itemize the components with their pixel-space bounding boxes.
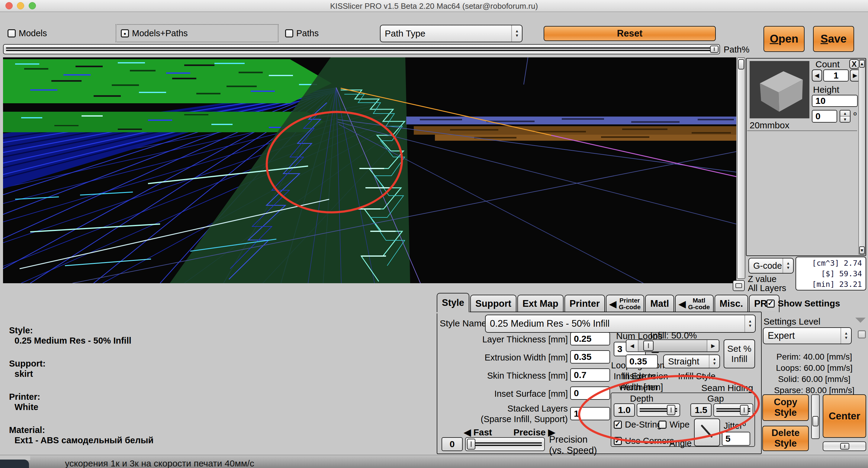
infill-style-dropdown[interactable]: Straight [663, 354, 720, 368]
path-percent-slider[interactable] [3, 44, 720, 54]
style-name-value: 0.25 Medium Res - 50% Infill [490, 318, 744, 329]
seam-gap-slider[interactable] [713, 403, 753, 417]
chevron-down-icon[interactable] [855, 318, 866, 323]
seam-gap-slider-thumb[interactable] [740, 405, 748, 415]
path-percent-slider-thumb[interactable] [710, 45, 718, 53]
save-button[interactable]: Save [813, 26, 854, 52]
infill-slider[interactable] [626, 339, 719, 352]
layer-thickness-field[interactable]: 0.25 [570, 332, 610, 345]
scroll-up-icon[interactable]: ▲ [859, 60, 865, 68]
tab-style[interactable]: Style [437, 293, 469, 312]
scroll-down-icon[interactable]: ▼ [859, 246, 865, 254]
app-window: KISSlicer PRO v1.5 Beta 2.20 Mac64 (seta… [0, 0, 868, 468]
settings-level-dropdown[interactable]: Expert [763, 327, 852, 344]
jitter-field[interactable]: 5 [722, 432, 750, 446]
count-field[interactable]: 1 [823, 69, 849, 82]
style-vertical-slider-thumb[interactable] [812, 416, 818, 426]
skin-thickness-field[interactable]: 0.7 [570, 368, 610, 382]
delete-style-button[interactable]: Delete Style [762, 426, 809, 451]
layer-thickness-label: Layer Thickness [mm] [441, 335, 568, 344]
seam-depth-label: Depth [630, 394, 653, 404]
info-support-value: skirt [14, 369, 33, 379]
seam-depth-slider-thumb[interactable] [667, 405, 675, 415]
tab-matl-gcode[interactable]: ◀ MatlG-code [675, 295, 713, 312]
infill-extrusion-width-field[interactable]: 0.35 [626, 354, 658, 368]
show-settings-checkbox[interactable] [767, 300, 775, 308]
reset-button[interactable]: Reset [544, 26, 716, 41]
count-decrement-button[interactable]: ◀ [812, 69, 822, 82]
infill-slider-thumb[interactable] [643, 341, 654, 351]
copy-style-button[interactable]: Copy Style [762, 394, 809, 421]
stacked-layers-field[interactable]: 1 [570, 407, 610, 420]
save-button-label: Save [820, 33, 846, 45]
count-label: Count [815, 59, 840, 69]
stat-cost: [$] 59.34 [812, 269, 862, 279]
rotation-field[interactable]: 0 [812, 110, 837, 123]
paths-checkbox[interactable] [285, 29, 293, 37]
tab-support[interactable]: Support [470, 295, 517, 312]
jitter-label: Jitterº [724, 421, 746, 431]
destring-row: De-String [614, 420, 662, 430]
spinner-down-icon[interactable] [840, 117, 850, 122]
gcode-dropdown[interactable]: G-code [748, 258, 794, 274]
remove-model-button[interactable]: X [849, 59, 859, 69]
infill-slider-right-icon[interactable] [707, 340, 719, 351]
info-printer-value: White [14, 402, 38, 412]
set-percent-infill-button[interactable]: Set % Infill [724, 339, 755, 368]
precision-slider[interactable] [465, 437, 545, 451]
models-checkbox-row: Models [7, 28, 47, 38]
center-button[interactable]: Center [823, 394, 866, 438]
precision-label: Precision (vs. Speed) [549, 434, 616, 456]
tab-printer-gcode[interactable]: ◀ PrinterG-code [606, 295, 644, 312]
wipe-checkbox[interactable] [658, 420, 666, 429]
settings-level-checkbox[interactable] [858, 330, 866, 339]
rotation-spinner[interactable] [840, 110, 850, 123]
extrusion-width-field[interactable]: 0.35 [570, 350, 610, 364]
tab-printer[interactable]: Printer [564, 295, 605, 312]
height-label: Height [813, 85, 839, 95]
tab-ext-map[interactable]: Ext Map [517, 295, 564, 312]
open-button[interactable]: Open [764, 26, 805, 52]
infill-extrusion-label: Infill Extrusion Width [mm] [609, 371, 673, 393]
viewport-3d-canvas[interactable] [3, 57, 736, 283]
seam-gap-value: 1.5 [690, 403, 712, 417]
tab-matl[interactable]: Matl [645, 295, 674, 312]
infill-slider-left-icon[interactable] [626, 340, 639, 351]
precision-slider-thumb[interactable] [467, 439, 475, 449]
style-horizontal-slider-thumb[interactable] [840, 443, 849, 449]
seam-depth-slider[interactable] [637, 403, 680, 417]
tab-misc[interactable]: Misc. [715, 295, 748, 312]
model-list-scrollbar[interactable]: ▲ ▼ [858, 59, 866, 255]
lower-surface-band [3, 112, 324, 132]
models-checkbox[interactable] [7, 29, 16, 37]
angle-line-icon [695, 419, 719, 446]
all-layers-label: All Layers [748, 283, 786, 293]
seam-angle-button[interactable] [694, 418, 720, 446]
viewport-zoom-slider[interactable] [737, 57, 745, 279]
height-field[interactable]: 10 [812, 95, 858, 107]
seam-hiding-label: Seam Hiding [701, 383, 753, 393]
reset-button-label: Reset [617, 28, 642, 39]
model-thumbnail[interactable] [750, 61, 809, 118]
destring-checkbox[interactable] [614, 420, 622, 429]
viewport-corner-button[interactable] [733, 280, 745, 291]
show-settings-row: Show Settings [767, 298, 840, 309]
path-type-dropdown[interactable]: Path Type [380, 25, 523, 42]
infill-style-label: Infill Style [671, 371, 722, 382]
settings-level-label: Settings Level [764, 316, 820, 327]
dropdown-arrows-icon [511, 25, 522, 42]
viewport-zoom-slider-thumb[interactable] [738, 59, 744, 69]
style-vertical-slider[interactable] [811, 394, 820, 439]
models-paths-radio[interactable] [121, 29, 129, 37]
style-name-dropdown[interactable]: 0.25 Medium Res - 50% Infill [485, 315, 756, 333]
style-horizontal-slider[interactable] [823, 441, 866, 451]
extrusion-width-label: Extrusion Width [mm] [441, 353, 568, 363]
horizon-band-blue [406, 117, 736, 124]
infill-slider-track[interactable] [639, 340, 707, 351]
inset-surface-field[interactable]: 0 [570, 386, 610, 400]
spinner-up-icon[interactable] [840, 111, 850, 117]
status-text: ускорения 1к и 3к на скорости печати 40м… [65, 458, 254, 468]
stacked-layers-label: Stacked Layers (Sparse Infill, Support) [441, 403, 568, 425]
settings-tabs: Style Support Ext Map Printer ◀ PrinterG… [437, 293, 779, 312]
paths-label: Paths [296, 28, 319, 38]
